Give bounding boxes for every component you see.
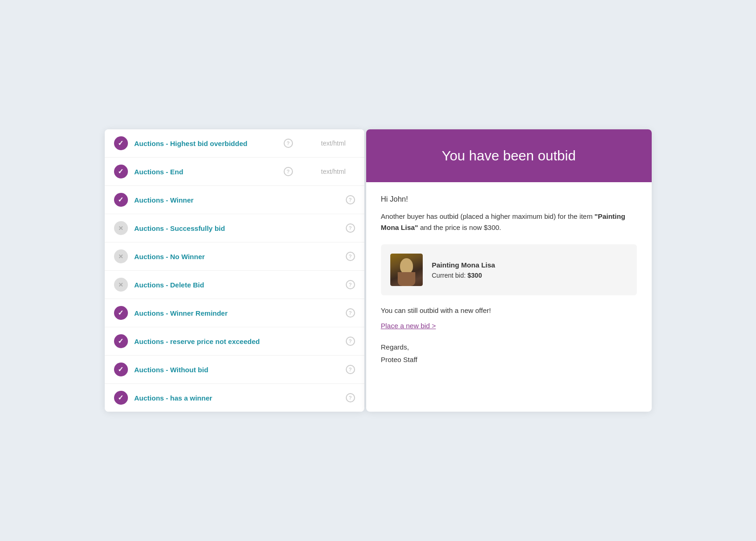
email-greeting: Hi John!	[381, 195, 637, 204]
label-successfully-bid: Auctions - Successfully bid	[134, 224, 339, 232]
label-delete-bid: Auctions - Delete Bid	[134, 281, 339, 289]
email-body-text-1: Another buyer has outbid (placed a highe…	[381, 212, 593, 220]
help-icon-successfully-bid[interactable]: ?	[346, 223, 355, 233]
list-item-highest-bid[interactable]: ✓ Auctions - Highest bid overbidded ? te…	[105, 129, 364, 158]
label-no-winner: Auctions - No Winner	[134, 253, 339, 261]
product-card: Painting Mona Lisa Current bid: $300	[381, 244, 637, 295]
product-image	[390, 254, 423, 286]
help-icon-reserve-price[interactable]: ?	[346, 337, 355, 346]
label-highest-bid: Auctions - Highest bid overbidded	[134, 140, 277, 147]
list-item-winner[interactable]: ✓ Auctions - Winner ?	[105, 186, 364, 214]
email-preview-panel: You have been outbid Hi John! Another bu…	[366, 129, 652, 412]
email-body-text: Another buyer has outbid (placed a highe…	[381, 211, 637, 233]
product-info: Painting Mona Lisa Current bid: $300	[432, 261, 496, 279]
sender-name: Proteo Staff	[381, 356, 418, 363]
place-new-bid-link[interactable]: Place a new bid >	[381, 322, 637, 330]
help-icon-without-bid[interactable]: ?	[346, 365, 355, 374]
list-item-reserve-price[interactable]: ✓ Auctions - reserve price not exceeded …	[105, 327, 364, 356]
help-icon-has-winner[interactable]: ?	[346, 393, 355, 402]
check-icon-winner: ✓	[114, 193, 128, 207]
help-icon-delete-bid[interactable]: ?	[346, 280, 355, 289]
check-icon-reserve-price: ✓	[114, 334, 128, 348]
x-icon-delete-bid: ✕	[114, 278, 128, 292]
product-bid: Current bid: $300	[432, 272, 496, 279]
label-without-bid: Auctions - Without bid	[134, 366, 339, 374]
list-item-delete-bid[interactable]: ✕ Auctions - Delete Bid ?	[105, 271, 364, 299]
x-icon-no-winner: ✕	[114, 249, 128, 263]
email-header-title: You have been outbid	[377, 148, 641, 164]
x-icon-successfully-bid: ✕	[114, 221, 128, 235]
email-regards: Regards, Proteo Staff	[381, 341, 637, 366]
email-body: Hi John! Another buyer has outbid (place…	[366, 182, 652, 379]
label-winner-reminder: Auctions - Winner Reminder	[134, 309, 339, 317]
list-item-no-winner[interactable]: ✕ Auctions - No Winner ?	[105, 242, 364, 271]
label-reserve-price: Auctions - reserve price not exceeded	[134, 337, 339, 345]
list-item-end[interactable]: ✓ Auctions - End ? text/html	[105, 158, 364, 186]
product-name: Painting Mona Lisa	[432, 261, 496, 269]
email-header: You have been outbid	[366, 129, 652, 182]
help-icon-no-winner[interactable]: ?	[346, 252, 355, 261]
left-column: ✓ Auctions - Highest bid overbidded ? te…	[105, 129, 364, 412]
email-outbid-text: You can still outbid with a new offer!	[381, 306, 637, 314]
help-icon-end[interactable]: ?	[284, 167, 293, 176]
regards-text: Regards,	[381, 343, 409, 351]
product-bid-label: Current bid:	[432, 272, 466, 279]
help-icon-winner[interactable]: ?	[346, 195, 355, 204]
label-end: Auctions - End	[134, 168, 277, 176]
panels-row: ✓ Auctions - Highest bid overbidded ? te…	[105, 129, 652, 412]
email-body-text-2: and the price is now $300.	[420, 223, 501, 231]
label-has-winner: Auctions - has a winner	[134, 394, 339, 402]
type-end: text/html	[299, 168, 355, 175]
type-highest-bid: text/html	[299, 140, 355, 147]
list-item-has-winner[interactable]: ✓ Auctions - has a winner ?	[105, 384, 364, 412]
product-bid-value: $300	[468, 272, 482, 279]
notifications-list: ✓ Auctions - Highest bid overbidded ? te…	[105, 129, 364, 412]
list-item-successfully-bid[interactable]: ✕ Auctions - Successfully bid ?	[105, 214, 364, 242]
help-icon-winner-reminder[interactable]: ?	[346, 308, 355, 318]
help-icon-highest-bid[interactable]: ?	[284, 139, 293, 148]
right-column: You have been outbid Hi John! Another bu…	[366, 129, 652, 412]
list-item-winner-reminder[interactable]: ✓ Auctions - Winner Reminder ?	[105, 299, 364, 327]
mona-lisa-thumbnail	[390, 254, 423, 286]
check-icon-winner-reminder: ✓	[114, 306, 128, 320]
check-icon-end: ✓	[114, 165, 128, 178]
check-icon-has-winner: ✓	[114, 391, 128, 405]
page-wrapper: ✓ Auctions - Highest bid overbidded ? te…	[105, 129, 652, 412]
label-winner: Auctions - Winner	[134, 196, 339, 204]
check-icon-without-bid: ✓	[114, 363, 128, 376]
check-icon-highest-bid: ✓	[114, 136, 128, 150]
list-item-without-bid[interactable]: ✓ Auctions - Without bid ?	[105, 356, 364, 384]
